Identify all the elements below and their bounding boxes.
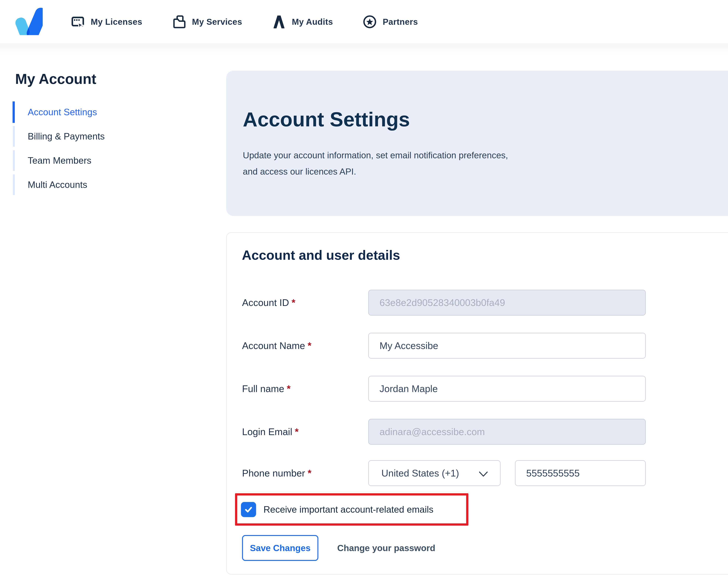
sidebar-item-label: Team Members (12, 155, 92, 166)
sidebar-item-label: Multi Accounts (12, 179, 87, 190)
country-code-select[interactable]: United States (+1) (368, 460, 500, 486)
partners-icon (363, 15, 376, 29)
nav-item-partners[interactable]: Partners (363, 15, 418, 29)
consent-label: Receive important account-related emails (263, 504, 434, 515)
indicator-track (13, 126, 15, 147)
save-button-label: Save Changes (250, 543, 310, 553)
change-password-link[interactable]: Change your password (337, 535, 435, 561)
required-asterisk: * (287, 383, 290, 394)
login-email-row: Login Email * (242, 419, 298, 445)
nav-item-my-licenses[interactable]: My Licenses (71, 15, 142, 29)
phone-number-field[interactable] (515, 460, 646, 486)
topbar-divider (0, 44, 728, 54)
save-changes-button[interactable]: Save Changes (242, 535, 318, 561)
form-section-title: Account and user details (242, 247, 400, 263)
change-password-label: Change your password (337, 543, 435, 553)
consent-highlight-box: Receive important account-related emails (235, 493, 468, 526)
nav-label: My Services (192, 17, 242, 27)
accessibe-logo-icon[interactable] (15, 8, 43, 35)
account-name-field[interactable] (368, 333, 646, 359)
section-description: Update your account information, set ema… (243, 147, 508, 180)
indicator-track (13, 150, 15, 171)
audits-icon (272, 15, 286, 29)
login-email-field (368, 419, 646, 445)
description-line-2: and access our licences API. (243, 163, 508, 180)
sidebar-item-billing-payments[interactable]: Billing & Payments (12, 125, 179, 148)
required-asterisk: * (308, 468, 311, 479)
account-details-card: Account and user details Account ID * Ac… (226, 232, 728, 575)
sidebar-item-account-settings[interactable]: Account Settings (12, 101, 179, 123)
required-asterisk: * (308, 340, 311, 351)
active-indicator-bar (12, 101, 15, 123)
chevron-down-icon (478, 471, 488, 477)
account-id-field (368, 290, 646, 316)
full-name-label: Full name (242, 383, 284, 394)
full-name-row: Full name * (242, 376, 291, 402)
nav-label: My Licenses (91, 17, 142, 27)
account-settings-header-card: Account Settings Update your account inf… (226, 71, 728, 216)
phone-number-row: Phone number * (242, 460, 311, 486)
section-heading: Account Settings (243, 107, 410, 131)
phone-number-label: Phone number (242, 468, 305, 479)
sidebar-item-label: Account Settings (12, 107, 97, 117)
account-name-row: Account Name * (242, 333, 311, 359)
indicator-track (13, 175, 15, 195)
account-id-label: Account ID (242, 297, 289, 308)
consent-checkbox[interactable] (241, 502, 256, 517)
nav-item-my-audits[interactable]: My Audits (272, 15, 333, 29)
full-name-field[interactable] (368, 376, 646, 402)
checkmark-icon (244, 505, 253, 514)
page-title: My Account (15, 71, 96, 87)
top-navigation-bar: My Licenses My Services My Audits Partne… (0, 0, 728, 44)
nav-items: My Licenses My Services My Audits Partne… (71, 0, 418, 44)
sidebar-item-label: Billing & Payments (12, 131, 105, 142)
licenses-icon (71, 15, 85, 29)
sidebar-menu: Account Settings Billing & Payments Team… (12, 101, 179, 198)
sidebar-item-multi-accounts[interactable]: Multi Accounts (12, 174, 179, 196)
login-email-label: Login Email (242, 426, 292, 437)
nav-item-my-services[interactable]: My Services (172, 15, 242, 29)
required-asterisk: * (291, 297, 295, 308)
nav-label: My Audits (292, 17, 333, 27)
description-line-1: Update your account information, set ema… (243, 147, 508, 163)
required-asterisk: * (295, 426, 298, 437)
account-name-label: Account Name (242, 340, 305, 351)
country-code-value: United States (+1) (381, 468, 459, 479)
sidebar-item-team-members[interactable]: Team Members (12, 150, 179, 172)
services-icon (172, 15, 186, 29)
account-id-row: Account ID * (242, 290, 295, 316)
nav-label: Partners (383, 17, 418, 27)
